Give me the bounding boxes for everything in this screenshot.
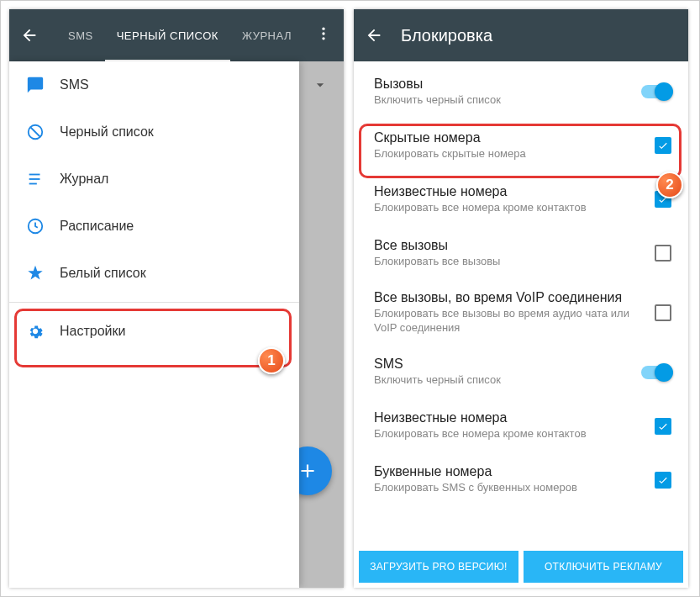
back-button[interactable] <box>19 25 39 45</box>
more-button[interactable] <box>313 25 334 46</box>
setting-label: Все вызовы <box>374 238 646 253</box>
right-phone: Блокировка ВызовыВключить черный списокС… <box>354 9 688 588</box>
setting-sub: Блокировать все вызовы <box>374 255 646 269</box>
setting-sub: Блокировать все номера кроме контактов <box>374 201 646 215</box>
checkbox[interactable] <box>655 245 671 262</box>
checkbox[interactable] <box>655 418 671 435</box>
more-vert-icon <box>315 25 332 42</box>
checkbox[interactable] <box>655 304 671 321</box>
setting-sub: Включить черный список <box>374 93 633 108</box>
drawer-label: SMS <box>60 77 89 92</box>
setting-sub: Блокировать скрытые номера <box>374 147 646 161</box>
setting-label: Неизвестные номера <box>374 410 646 425</box>
drawer-item-blacklist[interactable]: Черный список <box>9 108 299 156</box>
setting-sub: Блокировать все номера кроме контактов <box>374 427 646 441</box>
svg-point-0 <box>322 27 324 29</box>
setting-label: Все вызовы, во время VoIP соединения <box>374 290 646 305</box>
setting-row[interactable]: Неизвестные номераБлокировать все номера… <box>354 172 688 226</box>
setting-row[interactable]: Все вызовы, во время VoIP соединенияБлок… <box>354 280 688 346</box>
appbar: SMS ЧЕРНЫЙ СПИСОК ЖУРНАЛ <box>9 9 344 61</box>
drawer-item-whitelist[interactable]: Белый список <box>9 250 299 297</box>
checkbox[interactable] <box>655 137 671 154</box>
settings-list: ВызовыВключить черный списокСкрытые номе… <box>354 61 688 510</box>
setting-sub: Включить черный список <box>374 373 633 388</box>
block-icon <box>26 123 60 141</box>
badge-2: 2 <box>656 172 683 198</box>
svg-point-1 <box>322 32 324 34</box>
gear-icon <box>26 322 60 341</box>
checkbox[interactable] <box>655 472 671 489</box>
drawer-label: Журнал <box>60 172 108 187</box>
star-icon <box>26 264 60 283</box>
appbar: Блокировка <box>354 9 688 61</box>
drawer-label: Черный список <box>60 124 154 140</box>
schedule-icon <box>26 217 60 235</box>
setting-label: Неизвестные номера <box>374 184 646 199</box>
setting-row[interactable]: Скрытые номераБлокировать скрытые номера <box>354 119 688 172</box>
tab-blacklist[interactable]: ЧЕРНЫЙ СПИСОК <box>105 9 230 61</box>
badge-1: 1 <box>258 347 285 374</box>
drawer-item-settings[interactable]: Настройки <box>9 308 299 355</box>
setting-sub: Блокировать SMS с буквенных номеров <box>374 481 646 495</box>
drawer-label: Белый список <box>60 266 146 281</box>
setting-sub: Блокировать все вызовы во время аудио ча… <box>374 307 646 335</box>
setting-row[interactable]: ВызовыВключить черный список <box>354 65 688 119</box>
log-icon <box>26 170 60 188</box>
setting-label: Буквенные номера <box>374 464 646 479</box>
drawer-item-log[interactable]: Журнал <box>9 156 299 203</box>
setting-label: Скрытые номера <box>374 130 646 145</box>
svg-rect-6 <box>29 178 40 180</box>
arrow-left-icon <box>365 26 383 45</box>
setting-row[interactable]: Неизвестные номераБлокировать все номера… <box>354 399 688 453</box>
drawer: SMS Черный список Журнал Расписание Белы… <box>9 61 299 588</box>
back-button[interactable] <box>364 25 384 45</box>
disable-ads-button[interactable]: ОТКЛЮЧИТЬ РЕКЛАМУ <box>524 551 683 583</box>
divider <box>9 302 299 303</box>
drawer-item-sms[interactable]: SMS <box>9 61 299 108</box>
page-title: Блокировка <box>401 26 492 45</box>
sms-icon <box>26 76 60 94</box>
pro-button[interactable]: ЗАГРУЗИТЬ PRO ВЕРСИЮ! <box>359 551 518 583</box>
drawer-item-schedule[interactable]: Расписание <box>9 203 299 250</box>
tabs: SMS ЧЕРНЫЙ СПИСОК ЖУРНАЛ <box>56 9 313 61</box>
plus-icon <box>297 460 318 482</box>
switch-toggle[interactable] <box>641 85 671 98</box>
bottom-buttons: ЗАГРУЗИТЬ PRO ВЕРСИЮ! ОТКЛЮЧИТЬ РЕКЛАМУ <box>354 546 688 588</box>
arrow-left-icon <box>20 26 39 45</box>
svg-rect-7 <box>29 183 37 185</box>
setting-row[interactable]: Буквенные номераБлокировать SMS с буквен… <box>354 453 688 507</box>
setting-row[interactable]: SMSВключить черный список <box>354 346 688 399</box>
chevron-down-icon[interactable] <box>312 77 329 97</box>
backdrop <box>293 61 344 588</box>
setting-label: SMS <box>374 357 633 372</box>
svg-line-4 <box>31 128 40 137</box>
switch-toggle[interactable] <box>641 366 671 379</box>
drawer-label: Расписание <box>60 219 134 234</box>
setting-row[interactable]: Все вызовыБлокировать все вызовы <box>354 226 688 280</box>
drawer-label: Настройки <box>60 324 125 339</box>
left-phone: SMS ЧЕРНЫЙ СПИСОК ЖУРНАЛ × SMS Черный сп… <box>9 9 344 588</box>
tab-sms[interactable]: SMS <box>56 9 105 61</box>
tab-log[interactable]: ЖУРНАЛ <box>230 9 303 61</box>
svg-point-2 <box>322 37 324 40</box>
svg-rect-5 <box>29 174 40 176</box>
setting-label: Вызовы <box>374 77 633 92</box>
